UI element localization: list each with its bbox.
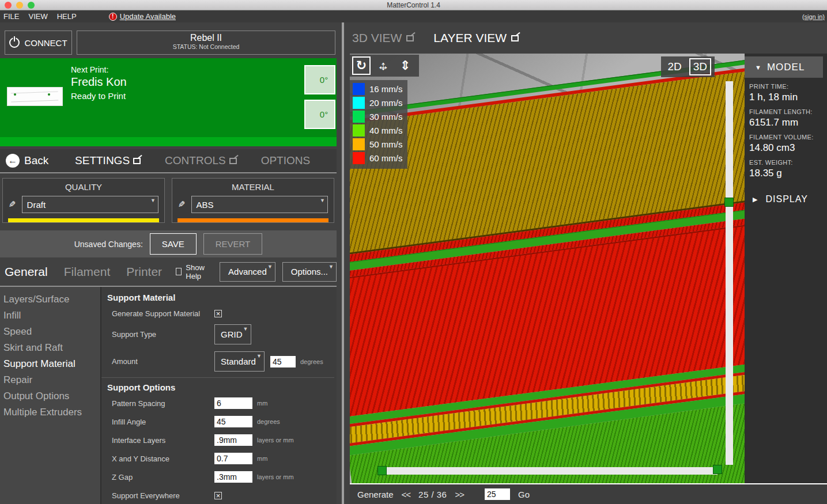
tab-controls[interactable]: CONTROLS [165,154,237,167]
settings-nav-bar: ← Back SETTINGS CONTROLS OPTIONS [0,149,337,173]
xy-distance-input[interactable] [214,453,252,464]
bed-temperature[interactable]: 0° [304,100,335,129]
support-options-title: Support Options [107,382,334,392]
chevron-down-icon: ▼ [755,64,761,71]
support-type-label: Support Type [106,330,214,339]
selection-handle[interactable] [724,198,734,207]
tab-printer[interactable]: Printer [126,265,162,279]
move-icon [377,59,390,72]
layer-number-input[interactable] [485,488,510,500]
sidebar-item-infill[interactable]: Infill [3,308,100,324]
unsaved-changes-bar: Unsaved Changes: SAVE REVERT [0,230,337,257]
legend-row: 60 mm/s [353,152,403,164]
view-toolbar: ↻ ⇕ [350,55,419,77]
sidebar-item-skirt-and-raft[interactable]: Skirt and Raft [3,340,100,356]
display-section-header[interactable]: ▶ DISPLAY [745,194,827,204]
chevron-down-icon: ▼ [267,264,273,270]
material-label: MATERIAL [178,182,328,192]
tab-3d-view[interactable]: 3D VIEW [352,31,414,45]
legend-row: 16 mm/s [353,83,403,95]
tab-settings[interactable]: SETTINGS [75,154,141,167]
unsaved-changes-label: Unsaved Changes: [74,240,143,249]
generate-support-checkbox[interactable] [214,310,222,317]
pattern-spacing-unit: mm [257,400,267,407]
tab-layer-view[interactable]: LAYER VIEW [433,31,519,45]
extruder-temperature[interactable]: 0° [304,65,335,94]
selection-handle[interactable] [377,466,387,475]
printer-selector[interactable]: Rebel II STATUS: Not Connected [77,31,335,55]
sign-in-link[interactable]: (sign in) [802,13,825,20]
show-help-checkbox[interactable] [176,268,182,275]
advanced-dropdown[interactable]: Advanced ▼ [220,262,275,282]
material-dropdown[interactable]: ABS ▼ [191,196,328,213]
amount-degrees-input[interactable] [270,356,296,367]
layer-view-canvas[interactable]: ↻ ⇕ 2D 3D 16 mm/s 20 [350,54,745,483]
next-layer-button[interactable]: >> [455,490,464,499]
back-arrow-icon: ← [6,154,20,168]
revert-button[interactable]: REVERT [203,233,263,255]
support-type-dropdown[interactable]: GRID ▼ [214,324,251,344]
toggle-2d-button[interactable]: 2D [664,59,684,74]
update-available-link[interactable]: Update Available [120,12,176,21]
next-print-name: Fredis Kon [71,75,127,89]
sliced-layers-graphic [350,54,745,483]
menu-help[interactable]: HELP [57,12,77,21]
sidebar-item-layers-surface[interactable]: Layers/Surface [3,291,100,308]
save-button[interactable]: SAVE [150,233,197,255]
pattern-spacing-input[interactable] [214,397,252,409]
back-button[interactable]: ← Back [6,154,48,168]
speed-legend: 16 mm/s 20 mm/s 30 mm/s 40 mm/s [350,80,407,169]
print-time-stat: PRINT TIME: 1 h, 18 min [745,83,827,103]
quality-dropdown[interactable]: Draft ▼ [22,196,158,213]
popout-icon [511,35,519,41]
print-thumbnail[interactable] [7,87,63,106]
move-view-button[interactable] [374,56,392,75]
selection-handle[interactable] [713,465,722,474]
generate-button[interactable]: Generate [357,490,394,499]
back-label: Back [24,154,48,167]
model-section-header[interactable]: ▼ MODEL [745,56,823,78]
amount-dropdown[interactable]: Standard ▼ [214,351,265,372]
previous-layer-button[interactable]: << [402,490,411,499]
z-gap-input[interactable] [214,471,252,483]
chevron-down-icon: ▼ [328,264,334,270]
lift-view-button[interactable]: ⇕ [396,56,414,75]
popout-icon [406,35,414,41]
support-everywhere-checkbox[interactable] [214,492,222,499]
sidebar-item-speed[interactable]: Speed [3,324,100,340]
edit-material-icon[interactable]: ✎ [178,199,186,210]
legend-swatch [353,111,365,123]
layer-navigation-bar: Generate << 25 / 36 >> Go [350,484,827,504]
legend-row: 40 mm/s [353,124,403,137]
support-settings-panel: Support Material Generate Support Materi… [101,287,337,504]
options-dropdown[interactable]: Options... ▼ [282,262,337,282]
infill-angle-input[interactable] [214,416,252,427]
view-tabs: 3D VIEW LAYER VIEW [350,22,827,54]
tab-general[interactable]: General [5,265,48,279]
interface-layers-input[interactable] [214,434,252,446]
menu-file[interactable]: FILE [3,12,19,21]
legend-swatch [353,124,365,137]
interface-layers-label: Interface Layers [106,436,214,445]
menu-view[interactable]: VIEW [28,12,47,21]
sidebar-item-repair[interactable]: Repair [3,372,100,388]
connect-button[interactable]: CONNECT [5,31,72,55]
selection-vertical-bar[interactable] [726,81,733,465]
sidebar-item-support-material[interactable]: Support Material [3,356,100,372]
sidebar-item-output-options[interactable]: Output Options [3,388,100,404]
tab-filament[interactable]: Filament [64,265,111,279]
selection-horizontal-bar[interactable] [382,467,718,475]
rotate-view-button[interactable]: ↻ [352,56,371,75]
support-everywhere-label: Support Everywhere [106,491,214,500]
toggle-3d-button[interactable]: 3D [689,58,711,75]
infill-angle-unit: degrees [257,418,280,425]
view-mode-toggle: 2D 3D [661,56,715,77]
edit-quality-icon[interactable]: ✎ [9,199,16,210]
next-print-status: Ready to Print [71,91,127,101]
sidebar-item-multiple-extruders[interactable]: Multiple Extruders [3,404,100,420]
legend-row: 50 mm/s [353,138,403,150]
tab-options[interactable]: OPTIONS [261,154,311,167]
quality-label: QUALITY [9,182,158,192]
support-material-title: Support Material [107,293,334,302]
go-button[interactable]: Go [518,490,530,499]
